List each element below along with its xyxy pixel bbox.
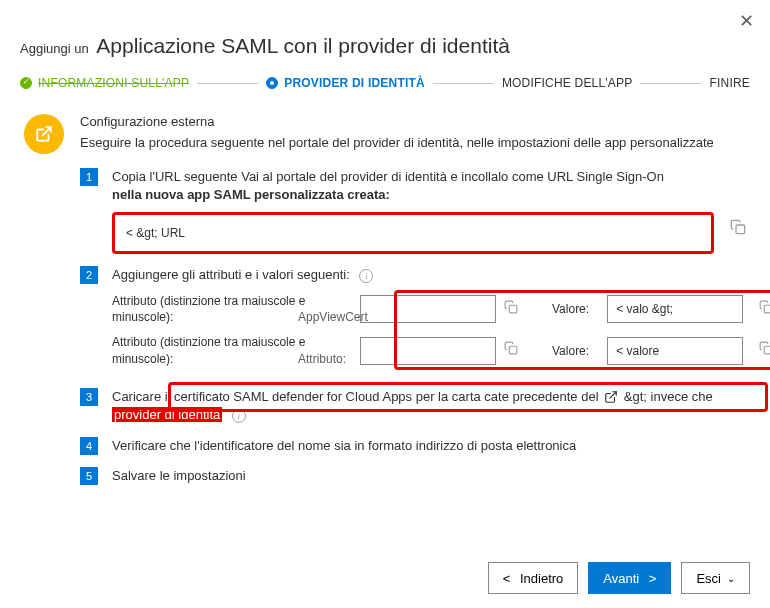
attribute-value-input[interactable]: < valore (607, 337, 743, 365)
step-number-badge: 5 (80, 467, 98, 485)
copy-icon[interactable] (759, 300, 770, 319)
open-external-icon[interactable] (602, 388, 620, 406)
section-title: Configurazione esterna (80, 114, 714, 129)
step-label: INFORMAZIONI SULL'APP (38, 76, 189, 90)
step-text-bold: nella nuova app SAML personalizzata crea… (112, 186, 746, 204)
dialog-footer: < Indietro Avanti > Esci⌄ (488, 562, 750, 594)
step-label: MODIFICHE DELL'APP (502, 76, 633, 90)
close-icon[interactable]: ✕ (739, 10, 754, 32)
attribute-value-input[interactable]: < valo &gt; (607, 295, 743, 323)
overlap-text: Attributo: (298, 351, 346, 368)
instruction-step-1: 1 Copia l'URL seguente Vai al portale de… (80, 168, 746, 254)
instruction-step-4: 4 Verificare che l'identificatore del no… (80, 437, 746, 455)
svg-rect-3 (764, 305, 770, 313)
instruction-step-5: 5 Salvare le impostazioni (80, 467, 746, 485)
instruction-step-2: 2 Aggiungere gli attributi e i valori se… (80, 266, 746, 367)
divider (433, 83, 494, 84)
step-finish[interactable]: FINIRE (709, 76, 750, 90)
sso-url-field[interactable]: < &gt; URL (115, 218, 711, 248)
section-subtitle: Eseguire la procedura seguente nel porta… (80, 135, 714, 150)
info-icon[interactable]: i (359, 269, 373, 283)
field-value: < &gt; URL (126, 225, 185, 242)
svg-line-0 (43, 127, 51, 135)
value-label: Valore: (552, 343, 589, 360)
step-label: PROVIDER DI IDENTITÀ (284, 76, 425, 90)
active-dot-icon (266, 77, 278, 89)
attribute-name-input[interactable] (360, 295, 496, 323)
page-title: Applicazione SAML con il provider di ide… (96, 34, 510, 58)
attribute-label: Attributo (distinzione tra maiuscole e m… (112, 293, 352, 327)
divider (640, 83, 701, 84)
divider (197, 83, 258, 84)
step-number-badge: 4 (80, 437, 98, 455)
instruction-step-3: 3 Caricare il certificato SAML defender … (80, 388, 746, 425)
wizard-stepper: INFORMAZIONI SULL'APP PROVIDER DI IDENTI… (0, 58, 770, 90)
copy-icon[interactable] (730, 219, 746, 240)
copy-icon[interactable] (504, 341, 518, 360)
step-text: Verificare che l'identificatore del nome… (112, 438, 576, 453)
check-icon (20, 77, 32, 89)
exit-button[interactable]: Esci⌄ (681, 562, 750, 594)
header-pre: Aggiungi un (20, 41, 89, 56)
step-text: Salvare le impostazioni (112, 468, 246, 483)
svg-rect-1 (736, 225, 745, 234)
step-app-changes[interactable]: MODIFICHE DELL'APP (502, 76, 633, 90)
svg-rect-5 (764, 347, 770, 355)
value-label: Valore: (552, 301, 589, 318)
svg-rect-4 (509, 347, 517, 355)
attribute-label: Attributo (distinzione tra maiuscole e m… (112, 334, 352, 368)
field-value: < valo &gt; (616, 301, 673, 318)
back-button[interactable]: < Indietro (488, 562, 579, 594)
step-app-info[interactable]: INFORMAZIONI SULL'APP (20, 76, 189, 90)
step-text: Copia l'URL seguente Vai al portale del … (112, 169, 664, 184)
step-number-badge: 2 (80, 266, 98, 284)
highlighted-text: provider di identità (112, 407, 222, 422)
copy-icon[interactable] (759, 341, 770, 360)
dialog-header: Aggiungi un Applicazione SAML con il pro… (0, 0, 770, 58)
field-value: < valore (616, 343, 659, 360)
copy-icon[interactable] (504, 300, 518, 319)
external-config-icon (24, 114, 64, 154)
step-number-badge: 3 (80, 388, 98, 406)
next-button[interactable]: Avanti > (588, 562, 671, 594)
attribute-name-input[interactable] (360, 337, 496, 365)
step-text: Aggiungere gli attributi e i valori segu… (112, 267, 350, 282)
info-icon[interactable]: i (232, 409, 246, 423)
step-identity-provider[interactable]: PROVIDER DI IDENTITÀ (266, 76, 425, 90)
chevron-down-icon: ⌄ (727, 573, 735, 584)
step-number-badge: 1 (80, 168, 98, 186)
step-text: Caricare il certificato SAML defender fo… (112, 389, 599, 404)
step-text: &gt; invece che (624, 389, 713, 404)
overlap-text: AppViewCert (298, 309, 368, 326)
svg-rect-2 (509, 305, 517, 313)
step-label: FINIRE (709, 76, 750, 90)
svg-line-6 (610, 392, 616, 398)
